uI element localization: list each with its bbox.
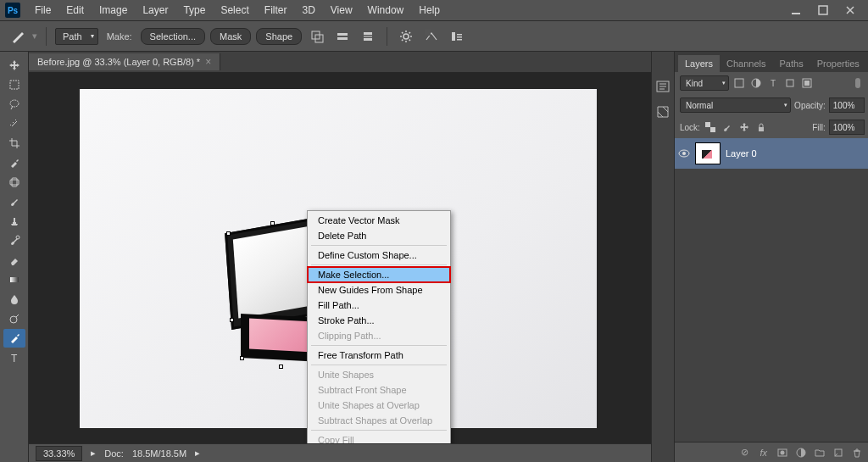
filter-toggle-icon[interactable] [851,76,865,90]
menu-type[interactable]: Type [175,1,213,19]
swatches-panel-icon[interactable] [652,101,674,123]
lock-position-icon[interactable] [737,120,751,134]
brush-tool[interactable] [3,192,25,211]
group-icon[interactable] [814,447,826,459]
context-menu-separator [311,365,447,365]
filter-type-icon[interactable]: T [766,76,780,90]
status-chevron-icon[interactable]: ▸ [195,448,200,459]
align-edges-icon[interactable] [447,26,467,47]
tab-paths[interactable]: Paths [773,55,810,72]
rubber-band-icon[interactable] [421,26,442,47]
crop-tool[interactable] [3,134,25,153]
move-tool[interactable] [3,56,25,75]
blend-mode-dropdown[interactable]: Normal [680,97,791,113]
minimize-button[interactable] [783,3,809,18]
lasso-tool[interactable] [3,95,25,114]
context-menu-item[interactable]: Free Transform Path [308,348,450,363]
layer-filter-dropdown[interactable]: Kind [680,75,729,91]
context-menu-item[interactable]: Stroke Path... [308,313,450,328]
pen-tool[interactable] [3,329,25,348]
adjustment-layer-icon[interactable] [795,447,807,459]
context-menu-item[interactable]: Make Selection... [308,267,450,282]
make-shape-button[interactable]: Shape [256,28,302,45]
lock-transparency-icon[interactable] [704,120,717,134]
svg-point-9 [403,34,409,39]
lock-all-icon[interactable] [754,120,768,134]
menu-layer[interactable]: Layer [135,1,175,19]
context-menu-separator [311,430,447,431]
svg-rect-30 [705,122,710,127]
context-menu-item[interactable]: New Guides From Shape [308,282,450,298]
canvas-viewport[interactable]: Create Vector MaskDelete PathDefine Cust… [29,72,651,443]
path-mode-dropdown[interactable]: Path [55,28,98,45]
context-menu-item[interactable]: Fill Path... [308,298,450,313]
menu-help[interactable]: Help [411,1,448,19]
maximize-button[interactable] [810,3,836,18]
tab-channels[interactable]: Channels [720,55,772,72]
history-panel-icon[interactable] [652,75,674,97]
context-menu-separator [311,264,447,265]
eraser-tool[interactable] [3,251,25,270]
lock-pixels-icon[interactable] [721,120,734,134]
eyedropper-tool[interactable] [3,153,25,172]
marquee-tool[interactable] [3,75,25,94]
clone-stamp-tool[interactable] [3,212,25,231]
gear-icon[interactable] [396,26,416,47]
document-tabs: Before.jpg @ 33.3% (Layer 0, RGB/8) * × [29,52,651,72]
menu-filter[interactable]: Filter [257,1,295,19]
document-tab[interactable]: Before.jpg @ 33.3% (Layer 0, RGB/8) * × [29,53,220,70]
make-selection-button[interactable]: Selection... [141,28,205,45]
spot-heal-tool[interactable] [3,173,25,192]
close-tab-icon[interactable]: × [205,56,211,68]
context-menu-item: Subtract Shapes at Overlap [308,413,450,428]
path-alignment-icon[interactable] [332,26,353,47]
opacity-field[interactable]: 100% [829,97,865,113]
context-menu-item[interactable]: Define Custom Shape... [308,248,450,263]
path-operations-icon[interactable] [307,26,327,47]
doc-size-label: Doc: [104,448,124,459]
type-tool[interactable]: T [3,348,25,367]
layers-list[interactable] [675,169,868,442]
make-mask-button[interactable]: Mask [210,28,251,45]
collapsed-panels-strip [651,52,674,462]
filter-shape-icon[interactable] [783,76,797,90]
menu-window[interactable]: Window [360,1,412,19]
layer-fx-icon[interactable]: fx [758,447,770,459]
close-button[interactable] [837,3,863,18]
layer-thumbnail[interactable] [695,142,721,164]
zoom-field[interactable]: 33.33% [36,446,82,461]
link-layers-icon[interactable]: ⊘ [739,447,751,459]
dodge-tool[interactable] [3,309,25,328]
path-arrangement-icon[interactable] [358,26,378,47]
blur-tool[interactable] [3,290,25,309]
menu-edit[interactable]: Edit [58,1,92,19]
tab-layers[interactable]: Layers [678,55,720,72]
svg-rect-20 [10,277,19,282]
menu-3d[interactable]: 3D [294,1,322,19]
layer-row[interactable]: Layer 0 [675,138,868,169]
context-menu-item[interactable]: Delete Path [308,228,450,243]
svg-point-19 [16,236,19,239]
menu-select[interactable]: Select [213,1,256,19]
history-brush-tool[interactable] [3,231,25,250]
svg-rect-8 [364,38,372,41]
svg-text:T: T [11,353,18,364]
magic-wand-tool[interactable] [3,114,25,133]
context-menu-separator [311,245,447,246]
menu-view[interactable]: View [323,1,360,19]
tab-properties[interactable]: Properties [810,55,866,72]
menu-file[interactable]: File [27,1,58,19]
visibility-icon[interactable] [678,148,690,159]
gradient-tool[interactable] [3,270,25,289]
delete-layer-icon[interactable] [851,447,863,459]
layer-mask-icon[interactable] [776,447,788,459]
right-dock: Layers Channels Paths Properties Kind T … [651,52,868,462]
filter-adjustment-icon[interactable] [749,76,763,90]
filter-smart-icon[interactable] [800,76,814,90]
context-menu-item[interactable]: Create Vector Mask [308,213,450,228]
filter-pixel-icon[interactable] [732,76,746,90]
layer-name[interactable]: Layer 0 [726,148,757,159]
menu-image[interactable]: Image [92,1,135,19]
fill-field[interactable]: 100% [829,120,865,135]
new-layer-icon[interactable] [832,447,844,459]
